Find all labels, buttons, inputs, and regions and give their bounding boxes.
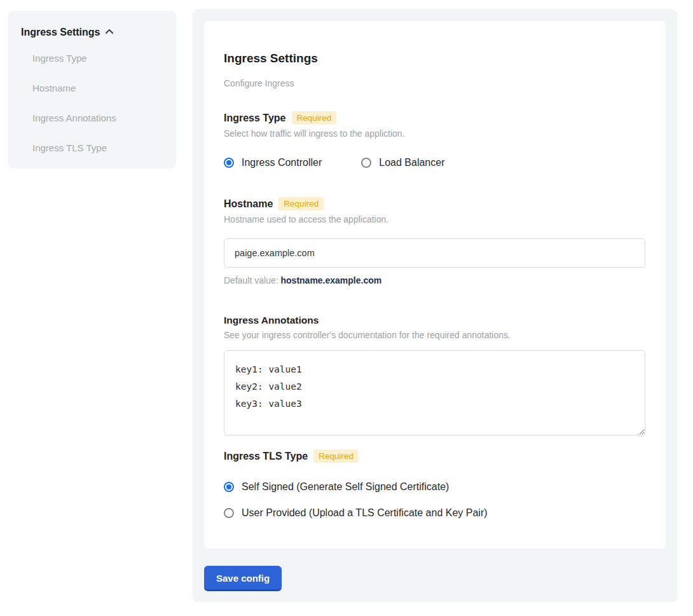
ingress-annotations-label: Ingress Annotations (224, 315, 319, 326)
radio-selected-icon (224, 482, 234, 492)
radio-user-provided-label: User Provided (Upload a TLS Certificate … (242, 507, 488, 519)
ingress-tls-type-label: Ingress TLS Type (224, 451, 308, 462)
section-ingress-tls-type: Ingress TLS Type Required Self Signed (G… (224, 449, 645, 519)
save-config-button[interactable]: Save config (204, 566, 282, 591)
sidebar-item-ingress-annotations[interactable]: Ingress Annotations (21, 106, 163, 130)
radio-self-signed[interactable]: Self Signed (Generate Self Signed Certif… (224, 481, 645, 493)
radio-ingress-controller-label: Ingress Controller (242, 157, 322, 168)
hostname-default-prefix: Default value: (224, 275, 281, 285)
ingress-type-label: Ingress Type (224, 113, 286, 124)
section-ingress-type: Ingress Type Required Select how traffic… (224, 111, 645, 168)
hostname-help: Hostname used to access the application. (224, 214, 645, 224)
hostname-label: Hostname (224, 198, 273, 210)
required-badge: Required (292, 111, 337, 125)
radio-self-signed-label: Self Signed (Generate Self Signed Certif… (242, 481, 449, 493)
sidebar-item-ingress-type[interactable]: Ingress Type (21, 46, 163, 70)
sidebar-group-ingress-settings[interactable]: Ingress Settings (21, 26, 163, 39)
required-badge: Required (313, 449, 359, 463)
page-title: Ingress Settings (224, 38, 645, 65)
chevron-up-icon (105, 26, 114, 39)
sidebar-item-list: Ingress Type Hostname Ingress Annotation… (21, 46, 163, 160)
radio-ingress-controller[interactable]: Ingress Controller (224, 157, 322, 168)
radio-unselected-icon (361, 158, 371, 168)
ingress-type-radio-group: Ingress Controller Load Balancer (224, 157, 645, 168)
hostname-input[interactable] (224, 238, 645, 268)
main-panel: Ingress Settings Configure Ingress Ingre… (193, 9, 677, 602)
sidebar-item-hostname[interactable]: Hostname (21, 76, 163, 100)
page-subtitle: Configure Ingress (224, 78, 645, 88)
radio-unselected-icon (224, 508, 234, 518)
ingress-settings-card: Ingress Settings Configure Ingress Ingre… (204, 21, 666, 549)
section-ingress-annotations: Ingress Annotations See your ingress con… (224, 315, 645, 435)
radio-load-balancer[interactable]: Load Balancer (361, 157, 444, 168)
settings-sidebar: Ingress Settings Ingress Type Hostname I… (8, 11, 176, 168)
sidebar-group-label: Ingress Settings (21, 27, 100, 38)
radio-load-balancer-label: Load Balancer (379, 157, 444, 168)
sidebar-item-ingress-tls-type[interactable]: Ingress TLS Type (21, 136, 163, 160)
ingress-annotations-textarea[interactable]: key1: value1 key2: value2 key3: value3 (224, 350, 645, 435)
hostname-default-line: Default value: hostname.example.com (224, 275, 645, 285)
ingress-type-help: Select how traffic will ingress to the a… (224, 128, 645, 139)
hostname-default-value: hostname.example.com (281, 275, 382, 285)
ingress-annotations-help: See your ingress controller's documentat… (224, 330, 645, 340)
radio-selected-icon (224, 158, 234, 168)
required-badge: Required (278, 197, 324, 210)
section-hostname: Hostname Required Hostname used to acces… (224, 197, 645, 285)
radio-user-provided[interactable]: User Provided (Upload a TLS Certificate … (224, 507, 645, 519)
